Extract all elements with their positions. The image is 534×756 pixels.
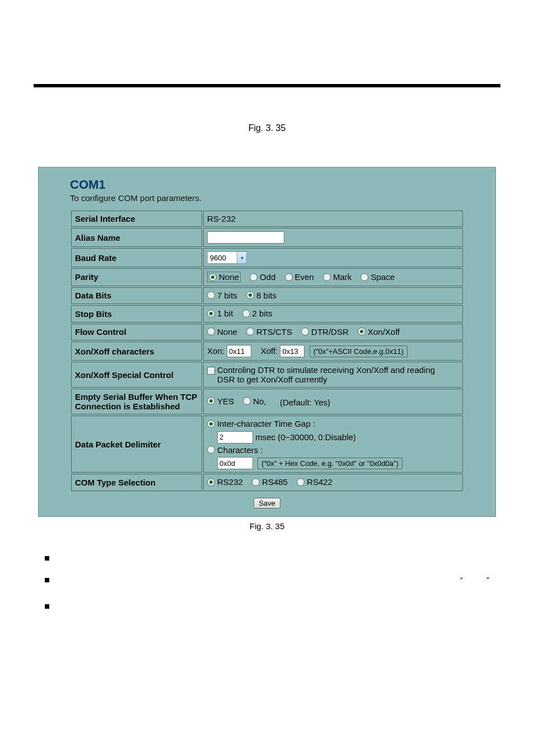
delimiter-gap-suffix: msec (0~30000, 0:Disable) <box>255 432 356 441</box>
bullet-icon <box>45 578 49 582</box>
flow-radio-dtrdsr[interactable]: DTR/DSR <box>301 327 349 337</box>
config-panel: COM1 To configure COM port parameters. S… <box>38 167 496 517</box>
row-label-data-bits: Data Bits <box>71 287 202 305</box>
row-label-com-type: COM Type Selection <box>71 474 202 491</box>
com-type-radio-232[interactable]: RS232 <box>207 477 243 487</box>
row-label-flow-control: Flow Control <box>71 324 202 341</box>
row-label-parity: Parity <box>71 268 202 286</box>
row-label-xonxoff-special: Xon/Xoff Special Control <box>71 362 202 388</box>
bullet-icon <box>45 604 49 609</box>
stop-bits-radio-2[interactable]: 2 bits <box>242 309 273 318</box>
delimiter-radio-chars[interactable]: Characters : <box>207 445 263 455</box>
config-table: Serial Interface RS-232 Alias Name Baud … <box>70 209 464 492</box>
xonxoff-hint: ("0x"+ASCII Code,e.g.0x11) <box>310 346 407 357</box>
panel-subtitle: To configure COM port parameters. <box>70 193 464 203</box>
bullet-icon <box>45 556 49 561</box>
value-serial-interface: RS-232 <box>203 211 463 227</box>
row-label-stop-bits: Stop Bits <box>71 305 202 323</box>
alias-name-input[interactable] <box>207 231 284 244</box>
data-bits-radio-7[interactable]: 7 bits <box>207 291 237 300</box>
flow-radio-rtscts[interactable]: RTS/CTS <box>246 327 292 337</box>
xon-label: Xon: <box>207 346 224 356</box>
flow-radio-xonxoff[interactable]: Xon/Xoff <box>358 327 400 337</box>
flow-radio-none[interactable]: None <box>207 327 237 337</box>
stop-bits-radio-1[interactable]: 1 bit <box>207 309 233 318</box>
xonxoff-special-checkbox[interactable]: Controling DTR to simulate receiving Xon… <box>207 365 452 384</box>
empty-buffer-radio-no[interactable]: No, <box>243 396 266 406</box>
xonxoff-special-text: Controling DTR to simulate receiving Xon… <box>217 365 452 384</box>
parity-radio-odd[interactable]: Odd <box>250 272 275 282</box>
com-type-radio-485[interactable]: RS485 <box>252 477 288 487</box>
row-label-xonxoff-chars: Xon/Xoff characters <box>71 342 202 361</box>
xoff-label: Xoff: <box>261 346 278 356</box>
horizontal-rule <box>34 84 500 87</box>
xoff-input[interactable] <box>280 345 305 357</box>
panel-title: COM1 <box>70 178 464 192</box>
baud-rate-value: 9600 <box>208 252 237 263</box>
empty-buffer-radio-yes[interactable]: YES <box>207 396 234 406</box>
figure-caption-bottom: Fig. 3. 35 <box>34 521 500 531</box>
xon-input[interactable] <box>227 345 251 357</box>
empty-buffer-default: (Default: Yes) <box>280 397 330 407</box>
delimiter-gap-input[interactable] <box>217 431 253 444</box>
figure-caption-top: Fig. 3. 35 <box>34 123 500 133</box>
data-bits-radio-8[interactable]: 8 bits <box>246 291 277 300</box>
baud-rate-select[interactable]: 9600 ▾ <box>207 251 247 264</box>
parity-radio-space[interactable]: Space <box>360 272 395 282</box>
com-type-radio-422[interactable]: RS422 <box>297 477 332 487</box>
chevron-down-icon: ▾ <box>237 252 246 263</box>
row-label-serial-interface: Serial Interface <box>71 211 202 227</box>
row-label-baud-rate: Baud Rate <box>71 248 202 267</box>
save-button[interactable]: Save <box>254 498 280 508</box>
delimiter-chars-input[interactable] <box>217 457 253 469</box>
delimiter-radio-gap[interactable]: Inter-character Time Gap : <box>207 419 315 428</box>
parity-radio-even[interactable]: Even <box>285 272 314 282</box>
quote-marks: “ ” <box>460 576 489 585</box>
bullet-list: “ ” <box>45 553 489 611</box>
row-label-alias-name: Alias Name <box>71 228 202 247</box>
parity-radio-none[interactable]: None <box>207 272 241 282</box>
row-label-empty-buffer: Empty Serial Buffer When TCP Connection … <box>71 389 202 414</box>
row-label-delimiter: Data Packet Delimiter <box>71 416 202 473</box>
delimiter-chars-hint: ("0x" + Hex Code, e.g. "0x0d" or "0x0d0a… <box>257 458 402 469</box>
parity-radio-mark[interactable]: Mark <box>323 272 352 282</box>
